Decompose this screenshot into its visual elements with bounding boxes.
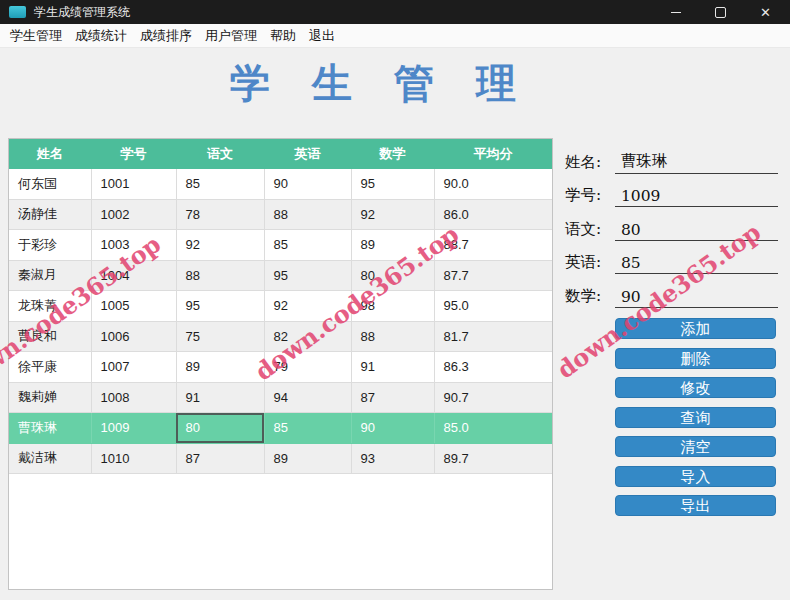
table-cell[interactable]: 1010 [91, 443, 176, 474]
table-row[interactable]: 曹珠琳100980859085.0 [9, 413, 552, 444]
maximize-button[interactable] [698, 0, 743, 24]
column-header-0[interactable]: 姓名 [9, 139, 91, 169]
table-cell[interactable]: 88 [351, 321, 434, 352]
student-id-input[interactable]: 1009 [615, 184, 778, 207]
table-cell[interactable]: 92 [264, 291, 351, 322]
table-row[interactable]: 何东国100185909590.0 [9, 169, 552, 199]
table-cell[interactable]: 89 [351, 230, 434, 261]
table-cell[interactable]: 87.7 [434, 260, 552, 291]
table-cell[interactable]: 85 [264, 413, 351, 444]
table-cell[interactable]: 88 [264, 199, 351, 230]
table-cell[interactable]: 何东国 [9, 169, 91, 199]
export-button[interactable]: 导出 [615, 495, 776, 516]
app-window: 学生成绩管理系统 ✕ 学生管理成绩统计成绩排序用户管理帮助退出 学 生 管 理 … [0, 0, 790, 600]
add-button[interactable]: 添加 [615, 318, 776, 339]
table-cell[interactable]: 95 [351, 169, 434, 199]
table-cell[interactable]: 1004 [91, 260, 176, 291]
table-cell[interactable]: 95.0 [434, 291, 552, 322]
menu-item-help[interactable]: 帮助 [266, 24, 300, 48]
table-cell[interactable]: 曹良和 [9, 321, 91, 352]
table-cell[interactable]: 75 [176, 321, 264, 352]
import-button[interactable]: 导入 [615, 466, 776, 487]
modify-button[interactable]: 修改 [615, 377, 776, 398]
table-cell[interactable]: 95 [264, 260, 351, 291]
table-cell[interactable]: 90.0 [434, 169, 552, 199]
table-cell[interactable]: 1001 [91, 169, 176, 199]
table-cell[interactable]: 于彩珍 [9, 230, 91, 261]
table-cell[interactable]: 79 [264, 352, 351, 383]
table-cell[interactable]: 87 [351, 382, 434, 413]
table-cell[interactable]: 1008 [91, 382, 176, 413]
table-cell[interactable]: 89 [264, 443, 351, 474]
table-cell[interactable]: 95 [176, 291, 264, 322]
table-cell[interactable]: 80 [351, 260, 434, 291]
menu-item-score-stats[interactable]: 成绩统计 [71, 24, 131, 48]
table-cell[interactable]: 88.7 [434, 230, 552, 261]
column-header-3[interactable]: 英语 [264, 139, 351, 169]
menu-item-student-manage[interactable]: 学生管理 [6, 24, 66, 48]
table-cell[interactable]: 90 [351, 413, 434, 444]
table-cell[interactable]: 82 [264, 321, 351, 352]
table-row[interactable]: 魏莉婵100891948790.7 [9, 382, 552, 413]
table-cell[interactable]: 戴洁琳 [9, 443, 91, 474]
table-cell[interactable]: 92 [351, 199, 434, 230]
table-cell[interactable]: 98 [351, 291, 434, 322]
table-row[interactable]: 徐平康100789799186.3 [9, 352, 552, 383]
table-cell[interactable]: 89 [176, 352, 264, 383]
table-row[interactable]: 于彩珍100392858988.7 [9, 230, 552, 261]
table-cell[interactable]: 88 [176, 260, 264, 291]
table-cell[interactable]: 秦淑月 [9, 260, 91, 291]
table-cell[interactable]: 曹珠琳 [9, 413, 91, 444]
table-cell[interactable]: 85 [176, 169, 264, 199]
table-cell[interactable]: 80 [176, 413, 264, 444]
table-cell[interactable]: 1003 [91, 230, 176, 261]
table-cell[interactable]: 81.7 [434, 321, 552, 352]
table-row[interactable]: 戴洁琳101087899389.7 [9, 443, 552, 474]
menu-item-user-manage[interactable]: 用户管理 [201, 24, 261, 48]
minimize-button[interactable] [653, 0, 698, 24]
table-cell[interactable]: 86.3 [434, 352, 552, 383]
column-header-4[interactable]: 数学 [351, 139, 434, 169]
table-cell[interactable]: 89.7 [434, 443, 552, 474]
query-button[interactable]: 查询 [615, 407, 776, 428]
table-cell[interactable]: 1005 [91, 291, 176, 322]
table-cell[interactable]: 91 [351, 352, 434, 383]
table-row[interactable]: 汤静佳100278889286.0 [9, 199, 552, 230]
table-cell[interactable]: 86.0 [434, 199, 552, 230]
table-cell[interactable]: 1002 [91, 199, 176, 230]
delete-button[interactable]: 删除 [615, 348, 776, 369]
table-cell[interactable]: 龙珠菁 [9, 291, 91, 322]
table-cell[interactable]: 90 [264, 169, 351, 199]
table-cell[interactable]: 1007 [91, 352, 176, 383]
table-cell[interactable]: 87 [176, 443, 264, 474]
table-cell[interactable]: 85 [264, 230, 351, 261]
table-cell[interactable]: 91 [176, 382, 264, 413]
table-cell[interactable]: 1009 [91, 413, 176, 444]
column-header-5[interactable]: 平均分 [434, 139, 552, 169]
table-row[interactable]: 秦淑月100488958087.7 [9, 260, 552, 291]
column-header-2[interactable]: 语文 [176, 139, 264, 169]
table-cell[interactable]: 1006 [91, 321, 176, 352]
table-cell[interactable]: 90.7 [434, 382, 552, 413]
menu-item-score-sort[interactable]: 成绩排序 [136, 24, 196, 48]
table-cell[interactable]: 汤静佳 [9, 199, 91, 230]
english-input[interactable]: 85 [615, 251, 778, 274]
chinese-input[interactable]: 80 [615, 218, 778, 241]
minimize-icon [671, 12, 681, 13]
table-cell[interactable]: 魏莉婵 [9, 382, 91, 413]
menu-item-exit[interactable]: 退出 [305, 24, 339, 48]
close-button[interactable]: ✕ [743, 0, 788, 24]
name-input[interactable]: 曹珠琳 [615, 151, 778, 174]
table-cell[interactable]: 92 [176, 230, 264, 261]
clear-button[interactable]: 清空 [615, 436, 776, 457]
table-cell[interactable]: 85.0 [434, 413, 552, 444]
table-cell[interactable]: 徐平康 [9, 352, 91, 383]
table-cell[interactable]: 78 [176, 199, 264, 230]
table-row[interactable]: 龙珠菁100595929895.0 [9, 291, 552, 322]
table-cell[interactable]: 94 [264, 382, 351, 413]
math-input[interactable]: 90 [615, 285, 778, 308]
table-row[interactable]: 曹良和100675828881.7 [9, 321, 552, 352]
name-value: 曹珠琳 [621, 151, 668, 172]
table-cell[interactable]: 93 [351, 443, 434, 474]
column-header-1[interactable]: 学号 [91, 139, 176, 169]
